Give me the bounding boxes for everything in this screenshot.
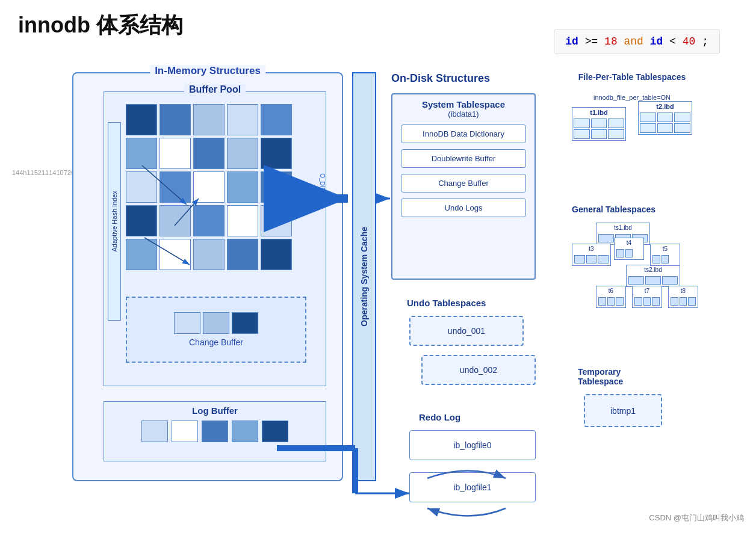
mini-cell: [652, 255, 660, 263]
mini-cell: [688, 297, 696, 306]
bp-cell: [193, 239, 225, 270]
mini-cell: [598, 255, 609, 263]
bp-cell: [227, 171, 258, 203]
code-operator2: <: [669, 35, 683, 48]
change-buffer-inner-box: Change Buffer: [126, 297, 306, 363]
lb-cell: [232, 421, 258, 442]
file-per-table-sub: innodb_file_per_table=ON: [572, 94, 692, 101]
os-cache-bar: Operating System Cache: [352, 72, 376, 481]
bp-cell: [160, 171, 191, 203]
t6-table: t6: [596, 286, 626, 308]
t2-ibd-table: t2.ibd: [638, 101, 692, 135]
mini-cell: [645, 276, 661, 285]
undo-ts-label: Undo Tablespaces: [407, 298, 486, 308]
code-keyword: id: [565, 35, 578, 48]
bp-cell: [160, 205, 191, 236]
bp-cell: [261, 171, 292, 203]
t4-label: t4: [615, 238, 643, 247]
system-ts-sub: (ibdata1): [392, 109, 534, 119]
t3-table: t3: [572, 244, 611, 266]
code-box: id >= 18 and id < 40 ;: [554, 29, 720, 54]
code-number: 18: [604, 35, 618, 48]
diagram-area: 144h11521114107202229正在观看视频 In-Memory St…: [12, 60, 746, 523]
t8-label: t8: [669, 286, 698, 295]
mini-cell: [586, 255, 597, 263]
bp-cell: [193, 171, 225, 203]
redo-arrow2: [427, 508, 506, 516]
redo-log-label: Redo Log: [419, 412, 460, 422]
temp-ts-label: TemporaryTablespace: [578, 367, 686, 386]
t5-label: t5: [651, 244, 680, 253]
lb-cell: [172, 421, 198, 442]
change-buffer-disk: Change Buffer: [401, 174, 526, 193]
adaptive-hash-index: Adaptive Hash Index: [108, 122, 121, 321]
mini-cell: [662, 255, 669, 263]
mini-cell: [680, 297, 687, 306]
mini-cell: [616, 297, 624, 306]
general-ts-label: General Tablespaces: [572, 205, 704, 214]
ibd-cell: [608, 119, 624, 128]
ibtmp1-box: ibtmp1: [584, 394, 662, 427]
csdn-watermark: CSDN @屯门山鸡叫我小鸡: [649, 513, 744, 523]
change-buffer-label: Change Buffer: [127, 337, 305, 347]
code-operator: >=: [585, 35, 604, 48]
ts2-ibd-label: ts2.ibd: [627, 265, 680, 274]
bp-cell: [261, 205, 292, 236]
ibd-cell: [574, 119, 590, 128]
bp-cell: [261, 239, 292, 270]
bp-cell: [126, 239, 157, 270]
os-cache-text: Operating System Cache: [359, 227, 369, 327]
ibd-cell: [640, 112, 656, 122]
doublewrite-buffer: Doublewrite Buffer: [401, 149, 526, 168]
bp-cell: [261, 138, 292, 169]
buffer-pool-grid: [126, 104, 292, 270]
code-and: and: [624, 35, 650, 48]
ibd-cell: [657, 123, 674, 133]
bp-cell: [160, 239, 191, 270]
t8-table: t8: [668, 286, 698, 308]
system-tablespace-box: System Tablespace (ibdata1) InnoDB Data …: [391, 93, 536, 280]
ibd-cell: [574, 129, 590, 139]
t7-table: t7: [632, 286, 662, 308]
bp-cell: [126, 104, 157, 135]
o-direct-label: O_DIRECT: [319, 173, 326, 204]
ibd-cell: [657, 112, 674, 122]
mini-cell: [616, 249, 624, 257]
mini-cell: [643, 297, 651, 306]
undo-logs: Undo Logs: [401, 199, 526, 217]
bp-cell: [126, 138, 157, 169]
log-buffer-label: Log Buffer: [104, 402, 326, 416]
bp-cell: [126, 205, 157, 236]
ib-logfile1-box: ib_logfile1: [409, 472, 536, 502]
bp-cell: [160, 104, 191, 135]
mini-cell: [574, 255, 585, 263]
bp-cell: [193, 138, 225, 169]
t2-ibd-label: t2.ibd: [639, 102, 692, 111]
t7-label: t7: [633, 286, 662, 295]
bp-cell: [227, 205, 258, 236]
ibd-cell: [640, 123, 656, 133]
mini-cell: [628, 276, 644, 285]
log-buffer-blocks: [104, 421, 326, 442]
bp-cell: [160, 138, 191, 169]
mini-cell: [598, 297, 606, 306]
system-ts-title: System Tablespace: [392, 94, 534, 109]
bp-cell: [193, 205, 225, 236]
t5-table: t5: [650, 244, 680, 266]
t6-label: t6: [596, 286, 625, 295]
ibd-cell: [591, 129, 607, 139]
lb-cell: [262, 421, 288, 442]
bp-cell: [193, 104, 225, 135]
buffer-pool-box: Buffer Pool Adaptive Hash Index: [104, 91, 326, 386]
log-buffer-box: Log Buffer: [104, 401, 326, 461]
bp-cell: [227, 138, 258, 169]
t3-label: t3: [572, 244, 610, 253]
lb-cell: [202, 421, 228, 442]
mini-cell: [652, 297, 660, 306]
bp-cell: [227, 104, 258, 135]
file-per-table-label: File-Per-Table Tablespaces: [572, 72, 692, 82]
on-disk-label: On-Disk Structures: [391, 72, 490, 85]
undo-001-box: undo_001: [409, 316, 524, 346]
mini-cell: [598, 234, 614, 242]
mini-cell: [607, 297, 615, 306]
